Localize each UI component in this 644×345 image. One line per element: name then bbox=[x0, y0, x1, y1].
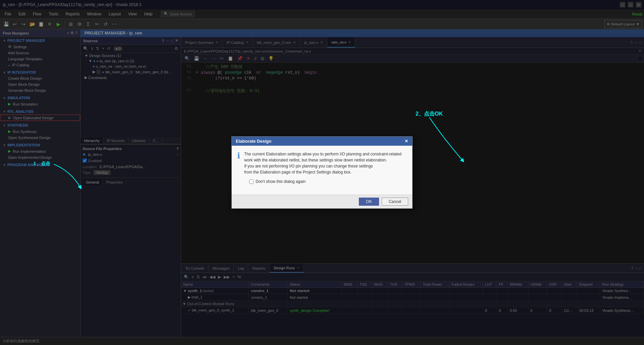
dialog-ok-button[interactable]: OK bbox=[359, 198, 379, 206]
dialog-info-text: The current Elaboration settings allow y… bbox=[244, 151, 407, 175]
dialog-cancel-button[interactable]: Cancel bbox=[382, 198, 408, 206]
dialog-title-text: Elaborate Design bbox=[236, 139, 271, 144]
dialog-buttons: OK Cancel bbox=[232, 195, 412, 208]
dialog-content: ℹ The current Elaboration settings allow… bbox=[232, 146, 412, 195]
info-icon: ℹ bbox=[237, 151, 240, 160]
dialog-overlay: Elaborate Design ✕ ℹ The current Elabora… bbox=[0, 0, 644, 345]
dialog-close-button[interactable]: ✕ bbox=[405, 139, 408, 144]
dialog-info-row: ℹ The current Elaboration settings allow… bbox=[237, 151, 407, 175]
dialog-dont-show-checkbox[interactable] bbox=[249, 180, 254, 184]
dialog-title-bar: Elaborate Design ✕ bbox=[232, 137, 412, 146]
dialog-checkbox-label: Don't show this dialog again bbox=[256, 179, 306, 184]
elaborate-design-dialog: Elaborate Design ✕ ℹ The current Elabora… bbox=[231, 136, 413, 209]
dialog-checkbox-row: Don't show this dialog again bbox=[249, 179, 407, 184]
